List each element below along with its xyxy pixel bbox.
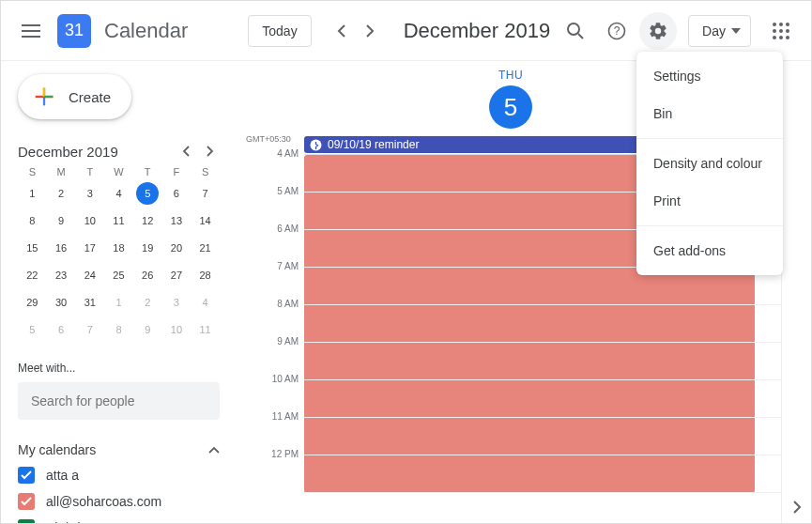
calendar-item[interactable]: Birthdays [18, 519, 220, 523]
mini-day[interactable]: 8 [107, 318, 130, 341]
check-icon [21, 470, 32, 480]
mini-day[interactable]: 5 [21, 318, 43, 341]
mini-day[interactable]: 20 [165, 237, 188, 259]
mini-day[interactable]: 21 [194, 237, 217, 259]
mini-calendar-grid: SMTWTFS123456789101112131415161718192021… [18, 166, 220, 341]
hour-label: 4 AM [252, 148, 299, 159]
settings-menu-item[interactable]: Settings [636, 57, 783, 95]
settings-menu-item[interactable]: Print [636, 182, 783, 220]
mini-calendar-nav [176, 142, 220, 161]
svg-point-5 [786, 23, 789, 26]
mini-day[interactable]: 7 [194, 182, 217, 205]
settings-menu-item[interactable]: Get add-ons [636, 232, 783, 270]
mini-day[interactable]: 16 [50, 237, 72, 259]
chevron-left-icon [182, 146, 190, 157]
mini-day[interactable]: 2 [50, 182, 72, 205]
day-number[interactable]: 5 [489, 85, 532, 129]
today-button[interactable]: Today [248, 15, 311, 47]
hour-slot[interactable]: 9 AM [304, 343, 781, 380]
search-icon [566, 22, 585, 40]
mini-day[interactable]: 10 [165, 318, 188, 341]
mini-calendar-header: December 2019 [18, 142, 220, 161]
settings-button[interactable] [639, 12, 677, 50]
hour-slot[interactable]: 11 AM [304, 418, 781, 455]
mini-day[interactable]: 2 [136, 291, 159, 314]
hour-label: 11 AM [252, 411, 299, 422]
mini-calendar-title: December 2019 [18, 144, 118, 160]
mini-day[interactable]: 9 [136, 318, 159, 341]
sidepanel-expand-button[interactable] [792, 501, 802, 514]
mini-next-button[interactable] [201, 142, 220, 161]
mini-day[interactable]: 26 [136, 264, 159, 286]
mini-day[interactable]: 30 [50, 291, 72, 314]
calendar-item[interactable]: all@soharcoas.com [18, 493, 220, 510]
mini-day[interactable]: 31 [79, 291, 101, 314]
mini-day[interactable]: 1 [21, 182, 43, 205]
search-people-input[interactable] [18, 382, 220, 420]
mini-day[interactable]: 5 [136, 182, 159, 205]
mini-weekday: T [133, 166, 162, 177]
mini-day[interactable]: 4 [107, 182, 130, 205]
mini-day[interactable]: 29 [21, 291, 43, 314]
calendar-checkbox[interactable] [18, 467, 35, 484]
mini-day[interactable]: 27 [165, 264, 188, 286]
my-calendars-toggle[interactable]: My calendars [18, 442, 220, 457]
mini-day[interactable]: 11 [107, 209, 130, 232]
chevron-right-icon [365, 24, 375, 38]
search-button[interactable] [557, 12, 594, 50]
mini-day[interactable]: 12 [136, 209, 159, 232]
hour-slot[interactable]: 8 AM [304, 305, 781, 343]
logo-day-number: 31 [65, 21, 84, 40]
main-menu-button[interactable] [12, 12, 50, 50]
svg-point-7 [779, 29, 783, 33]
hour-label: 9 AM [252, 336, 299, 347]
mini-day[interactable]: 3 [165, 291, 188, 314]
mini-day[interactable]: 19 [136, 237, 159, 259]
mini-day[interactable]: 22 [21, 264, 43, 286]
menu-divider [636, 225, 783, 226]
mini-day[interactable]: 11 [194, 318, 217, 341]
mini-prev-button[interactable] [176, 142, 195, 161]
help-button[interactable]: ? [598, 12, 636, 50]
view-selector[interactable]: Day [688, 15, 751, 47]
prev-period-button[interactable] [332, 22, 351, 40]
chevron-up-icon [208, 446, 220, 454]
hour-label: 8 AM [252, 299, 299, 309]
settings-menu-item[interactable]: Density and colour [636, 145, 783, 182]
mini-day[interactable]: 15 [21, 237, 43, 259]
mini-day[interactable]: 1 [107, 291, 130, 314]
mini-day[interactable]: 9 [50, 209, 72, 232]
mini-day[interactable]: 6 [165, 182, 188, 205]
create-button[interactable]: Create [18, 74, 131, 119]
chevron-left-icon [337, 24, 346, 38]
svg-text:?: ? [614, 24, 620, 38]
mini-day[interactable]: 14 [194, 209, 217, 232]
hour-slot[interactable]: 10 AM [304, 380, 781, 418]
mini-day[interactable]: 23 [50, 264, 72, 286]
mini-day[interactable]: 7 [79, 318, 101, 341]
mini-day[interactable]: 28 [194, 264, 217, 286]
mini-day[interactable]: 13 [165, 209, 188, 232]
mini-day[interactable]: 6 [50, 318, 72, 341]
mini-day[interactable]: 8 [21, 209, 43, 232]
svg-point-3 [773, 23, 776, 26]
settings-menu-item[interactable]: Bin [636, 95, 783, 132]
mini-day[interactable]: 24 [79, 264, 101, 286]
chevron-right-icon [792, 501, 802, 514]
mini-weekday: W [104, 166, 133, 177]
calendar-logo: 31 [57, 14, 91, 48]
calendar-checkbox[interactable] [18, 493, 35, 510]
mini-day[interactable]: 17 [79, 237, 101, 259]
calendar-checkbox[interactable] [18, 519, 35, 523]
google-apps-button[interactable] [762, 12, 800, 50]
hour-label: 12 PM [252, 449, 299, 459]
mini-day[interactable]: 10 [79, 209, 101, 232]
mini-day[interactable]: 25 [107, 264, 130, 286]
mini-day[interactable]: 4 [194, 291, 217, 314]
mini-day[interactable]: 3 [79, 182, 101, 205]
menu-divider [636, 138, 783, 139]
next-period-button[interactable] [360, 22, 379, 40]
mini-day[interactable]: 18 [107, 237, 130, 259]
calendar-item[interactable]: atta a [18, 467, 220, 484]
hour-slot[interactable]: 12 PM [304, 455, 781, 493]
